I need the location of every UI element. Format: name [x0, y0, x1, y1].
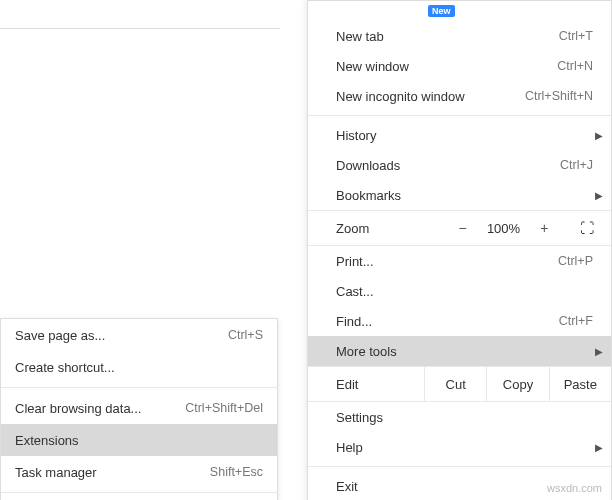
menu-more-tools[interactable]: More tools ▶	[308, 336, 611, 366]
menu-label: New incognito window	[336, 89, 525, 104]
menu-shortcut: Ctrl+T	[559, 29, 593, 43]
menu-zoom-row: Zoom − 100% + ⛶	[308, 210, 611, 246]
menu-shortcut: Ctrl+N	[557, 59, 593, 73]
more-tools-submenu: Save page as... Ctrl+S Create shortcut..…	[0, 318, 278, 500]
menu-find[interactable]: Find... Ctrl+F	[308, 306, 611, 336]
paste-button[interactable]: Paste	[549, 367, 611, 401]
menu-label: Task manager	[15, 465, 210, 480]
menu-label: Print...	[336, 254, 558, 269]
menu-label: Clear browsing data...	[15, 401, 185, 416]
fullscreen-icon[interactable]: ⛶	[563, 220, 611, 236]
zoom-out-button[interactable]: −	[444, 220, 481, 236]
menu-shortcut: Ctrl+Shift+Del	[185, 401, 263, 415]
chevron-right-icon: ▶	[595, 442, 603, 453]
menu-new-tab[interactable]: New tab Ctrl+T	[308, 21, 611, 51]
menu-label: Downloads	[336, 158, 560, 173]
menu-label: Find...	[336, 314, 559, 329]
menu-label: Extensions	[15, 433, 263, 448]
menu-shortcut: Ctrl+P	[558, 254, 593, 268]
menu-print[interactable]: Print... Ctrl+P	[308, 246, 611, 276]
menu-history[interactable]: History ▶	[308, 120, 611, 150]
menu-cast[interactable]: Cast...	[308, 276, 611, 306]
submenu-clear-browsing-data[interactable]: Clear browsing data... Ctrl+Shift+Del	[1, 392, 277, 424]
menu-new-incognito[interactable]: New incognito window Ctrl+Shift+N	[308, 81, 611, 111]
watermark: wsxdn.com	[547, 482, 602, 494]
menu-edit-row: Edit Cut Copy Paste	[308, 366, 611, 402]
menu-label: Help	[336, 440, 593, 455]
cut-button[interactable]: Cut	[424, 367, 486, 401]
menu-shortcut: Shift+Esc	[210, 465, 263, 479]
menu-shortcut: Ctrl+S	[228, 328, 263, 342]
menu-label: New tab	[336, 29, 559, 44]
menu-settings[interactable]: Settings	[308, 402, 611, 432]
menu-label: More tools	[336, 344, 593, 359]
menu-new-window[interactable]: New window Ctrl+N	[308, 51, 611, 81]
menu-label: History	[336, 128, 593, 143]
chevron-right-icon: ▶	[595, 130, 603, 141]
submenu-create-shortcut[interactable]: Create shortcut...	[1, 351, 277, 383]
menu-shortcut: Ctrl+J	[560, 158, 593, 172]
menu-label: Bookmarks	[336, 188, 593, 203]
submenu-save-page-as[interactable]: Save page as... Ctrl+S	[1, 319, 277, 351]
menu-label: Cast...	[336, 284, 593, 299]
submenu-extensions[interactable]: Extensions	[1, 424, 277, 456]
menu-label: Settings	[336, 410, 593, 425]
menu-downloads[interactable]: Downloads Ctrl+J	[308, 150, 611, 180]
chrome-main-menu: New New tab Ctrl+T New window Ctrl+N New…	[307, 0, 612, 500]
menu-shortcut: Ctrl+Shift+N	[525, 89, 593, 103]
menu-bookmarks[interactable]: Bookmarks ▶	[308, 180, 611, 210]
chevron-right-icon: ▶	[595, 346, 603, 357]
zoom-in-button[interactable]: +	[526, 220, 563, 236]
submenu-task-manager[interactable]: Task manager Shift+Esc	[1, 456, 277, 488]
chevron-right-icon: ▶	[595, 190, 603, 201]
menu-label: Save page as...	[15, 328, 228, 343]
zoom-label: Zoom	[308, 221, 444, 236]
edit-label: Edit	[308, 377, 424, 392]
new-badge: New	[428, 5, 455, 17]
copy-button[interactable]: Copy	[486, 367, 548, 401]
menu-label: New window	[336, 59, 557, 74]
menu-label: Create shortcut...	[15, 360, 263, 375]
menu-help[interactable]: Help ▶	[308, 432, 611, 462]
zoom-value: 100%	[481, 221, 526, 236]
menu-shortcut: Ctrl+F	[559, 314, 593, 328]
